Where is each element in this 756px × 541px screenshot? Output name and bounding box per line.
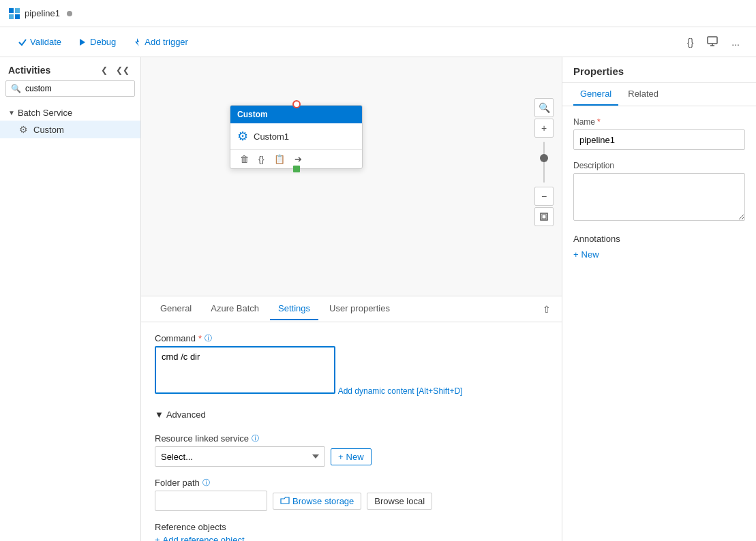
svg-marker-4 [80,39,85,46]
app-logo [8,7,20,20]
prop-description-input[interactable] [573,173,745,221]
tab-general[interactable]: General [152,298,200,320]
top-bar: pipeline1 [0,0,756,27]
advanced-toggle-button[interactable]: ▼ Advanced [155,407,206,422]
sidebar-item-custom-label: Custom [33,125,64,135]
command-input[interactable]: cmd /c dir [155,346,335,394]
custom-activity-icon: ⚙ [19,124,28,135]
canvas-zoom-in-button[interactable]: + [534,119,554,138]
plus-icon: + [338,452,344,462]
sidebar: Activities ❮ ❮❮ 🔍 ▼ Batch Service ⚙ Cust… [0,57,141,541]
canvas-fit-button[interactable] [534,207,554,226]
prop-tab-general[interactable]: General [573,83,618,106]
fit-icon [540,213,548,221]
browse-storage-button[interactable]: Browse storage [273,493,361,510]
canvas-search-button[interactable]: 🔍 [534,98,554,117]
command-info-icon[interactable]: ⓘ [205,333,212,343]
svg-rect-2 [9,14,14,19]
add-reference-button[interactable]: + Add reference object [155,535,245,541]
sidebar-header: Activities ❮ ❮❮ [0,57,140,80]
bottom-tabs: General Azure Batch Settings User proper… [141,296,562,322]
main-layout: Activities ❮ ❮❮ 🔍 ▼ Batch Service ⚙ Cust… [0,57,756,541]
more-button[interactable]: ... [726,33,745,52]
bottom-panel-content: Command * ⓘ cmd /c dir Add dynamic conte… [141,322,562,541]
prop-name-label: Name * [573,117,745,127]
sidebar-title: Activities [8,65,50,76]
search-input[interactable] [5,80,135,97]
canvas-zoom-out-button[interactable]: − [534,187,554,206]
advanced-section: ▼ Advanced [155,407,548,422]
sidebar-close-btn[interactable]: ❮❮ [113,64,132,76]
node-connect-button[interactable]: ➔ [292,153,305,166]
activity-node-body: ⚙ Custom1 [230,123,362,149]
toolbar: Validate Debug Add trigger {} ... [0,27,756,57]
prop-description-label: Description [573,161,745,170]
sidebar-section-batch-header[interactable]: ▼ Batch Service [0,105,140,121]
activity-node-name: Custom1 [254,132,289,142]
svg-rect-3 [15,14,20,19]
tab-user-properties[interactable]: User properties [321,298,398,320]
browse-local-button[interactable]: Browse local [367,493,432,510]
svg-rect-5 [708,37,717,44]
trigger-icon [132,37,142,47]
command-required: * [198,333,202,343]
node-bottom-connector[interactable] [293,166,300,172]
svg-rect-9 [542,215,546,219]
canvas-zoom-slider-thumb[interactable] [540,154,548,162]
properties-panel: Properties General Related Name * Descri… [562,57,756,541]
folder-path-row: Folder path ⓘ Browse storage Browse loca… [155,478,548,511]
node-top-connector[interactable] [292,100,301,108]
command-field-row: Command * ⓘ cmd /c dir Add dynamic conte… [155,333,548,396]
resource-info-icon[interactable]: ⓘ [252,433,259,444]
svg-rect-0 [9,8,14,13]
logo: pipeline1 [8,7,72,20]
annotations-label: Annotations [573,234,745,244]
item-action-dots[interactable]: ⋮ [125,125,132,134]
bottom-panel-collapse-btn[interactable]: ⇧ [543,304,551,315]
canvas-zoom-slider-track [543,142,545,183]
resource-new-button[interactable]: + New [331,448,372,465]
svg-rect-1 [15,8,20,13]
canvas-area: Custom ⚙ Custom1 🗑 {} 📋 ➔ 🔍 + [141,57,562,296]
prop-tab-related[interactable]: Related [621,83,665,106]
folder-path-input[interactable] [155,491,267,511]
node-code-button[interactable]: {} [256,153,267,166]
resource-linked-service-select[interactable]: Select... [155,446,325,467]
plus-icon: + [155,535,160,541]
monitor-button[interactable] [701,31,723,52]
prop-name-input[interactable] [573,129,745,150]
sidebar-section-label: Batch Service [18,108,72,118]
unsaved-indicator [67,11,72,16]
linked-service-controls: Select... + New [155,446,548,467]
tab-title: pipeline1 [25,8,60,18]
validate-icon [18,37,27,47]
properties-header: Properties [562,57,756,83]
prop-name-required: * [597,117,601,127]
resource-linked-service-label: Resource linked service ⓘ [155,433,548,444]
tab-settings[interactable]: Settings [270,298,318,320]
code-button[interactable]: {} [682,33,699,52]
debug-button[interactable]: Debug [71,34,123,50]
sidebar-section-batch: ▼ Batch Service ⚙ Custom ⋮ [0,102,140,141]
prop-description-field: Description [573,161,745,223]
dynamic-content-link[interactable]: Add dynamic content [Alt+Shift+D] [338,386,463,396]
activity-node-custom1[interactable]: Custom ⚙ Custom1 🗑 {} 📋 ➔ [230,105,363,169]
folder-path-controls: Browse storage Browse local [155,491,548,511]
folder-icon [280,497,290,505]
node-delete-button[interactable]: 🗑 [237,153,252,166]
properties-tabs: General Related [562,83,756,106]
sidebar-collapse-btn[interactable]: ❮ [98,64,110,76]
sidebar-search-container: 🔍 [5,80,135,97]
chevron-down-icon: ▼ [8,109,15,117]
node-copy-button[interactable]: 📋 [271,153,288,166]
reference-objects-label: Reference objects [155,522,548,532]
add-annotation-button[interactable]: + New [573,249,599,260]
monitor-icon [707,35,718,46]
validate-button[interactable]: Validate [11,34,68,50]
add-trigger-button[interactable]: Add trigger [125,34,195,50]
folder-path-info-icon[interactable]: ⓘ [202,478,210,488]
sidebar-item-custom[interactable]: ⚙ Custom ⋮ [0,121,140,138]
tab-azure-batch[interactable]: Azure Batch [202,298,267,320]
search-icon: 🔍 [11,84,21,93]
chevron-down-icon: ▼ [155,409,164,420]
